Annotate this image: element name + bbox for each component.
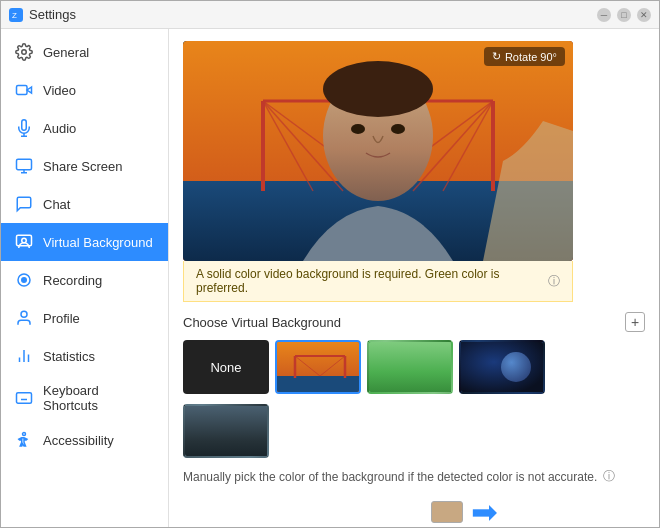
svg-point-35 (351, 124, 365, 134)
close-button[interactable]: ✕ (637, 8, 651, 22)
sidebar-item-general[interactable]: General (1, 33, 168, 71)
rotate-button[interactable]: ↻ Rotate 90° (484, 47, 565, 66)
content-area: ↻ Rotate 90° A solid color video backgro… (169, 29, 659, 527)
svg-rect-3 (17, 86, 28, 95)
svg-rect-7 (17, 235, 32, 246)
recording-icon (13, 269, 35, 291)
rotate-label: Rotate 90° (505, 51, 557, 63)
arrow-icon: ➡ (471, 493, 498, 527)
section-title: Choose Virtual Background (183, 315, 341, 330)
color-swatch[interactable] (431, 501, 463, 523)
sidebar-item-keyboard-shortcuts[interactable]: Keyboard Shortcuts (1, 375, 168, 421)
info-icon[interactable]: ⓘ (548, 273, 560, 290)
sidebar-item-statistics[interactable]: Statistics (1, 337, 168, 375)
help-icon[interactable]: ⓘ (603, 468, 615, 485)
sidebar-item-profile[interactable]: Profile (1, 299, 168, 337)
chat-icon (13, 193, 35, 215)
virtual-bg-icon (13, 231, 35, 253)
section-header: Choose Virtual Background + (183, 312, 645, 332)
sidebar-item-virtual-background[interactable]: Virtual Background (1, 223, 168, 261)
sidebar-item-label: Keyboard Shortcuts (43, 383, 156, 413)
sidebar-item-label: Chat (43, 197, 70, 212)
svg-rect-15 (17, 393, 32, 404)
sidebar-item-recording[interactable]: Recording (1, 261, 168, 299)
titlebar: Z Settings ─ □ ✕ (1, 1, 659, 29)
sidebar-item-label: Statistics (43, 349, 95, 364)
window-controls: ─ □ ✕ (597, 8, 651, 22)
sidebar-item-audio[interactable]: Audio (1, 109, 168, 147)
gear-icon (13, 41, 35, 63)
sidebar-item-chat[interactable]: Chat (1, 185, 168, 223)
svg-text:Z: Z (12, 11, 17, 20)
main-area: General Video Audio Share Screen (1, 29, 659, 527)
svg-point-2 (22, 50, 27, 55)
minimize-button[interactable]: ─ (597, 8, 611, 22)
bg-thumb-none[interactable]: None (183, 340, 269, 394)
sidebar-item-accessibility[interactable]: Accessibility (1, 421, 168, 459)
share-screen-icon (13, 155, 35, 177)
window-title: Settings (29, 7, 76, 22)
svg-point-36 (391, 124, 405, 134)
warning-bar: A solid color video background is requir… (183, 261, 573, 302)
warning-text: A solid color video background is requir… (196, 267, 542, 295)
bg-thumb-bridge[interactable] (275, 340, 361, 394)
sidebar-item-label: Accessibility (43, 433, 114, 448)
accessibility-icon (13, 429, 35, 451)
none-label: None (210, 360, 241, 375)
profile-icon (13, 307, 35, 329)
bg-thumb-city[interactable] (183, 404, 269, 458)
svg-rect-38 (277, 376, 361, 394)
keyboard-icon (13, 387, 35, 409)
svg-point-10 (22, 278, 27, 283)
svg-point-21 (23, 433, 26, 436)
rotate-icon: ↻ (492, 50, 501, 63)
color-swatch-row: ➡ (183, 493, 645, 527)
sidebar-item-label: Share Screen (43, 159, 123, 174)
settings-window: Z Settings ─ □ ✕ General Video (0, 0, 660, 528)
manual-pick-text: Manually pick the color of the backgroun… (183, 470, 597, 484)
background-grid: None (183, 340, 645, 394)
video-preview: ↻ Rotate 90° (183, 41, 573, 261)
video-icon (13, 79, 35, 101)
video-background (183, 41, 573, 261)
sidebar-item-label: General (43, 45, 89, 60)
svg-rect-6 (17, 159, 32, 170)
maximize-button[interactable]: □ (617, 8, 631, 22)
bg-thumb-grass[interactable] (367, 340, 453, 394)
sidebar: General Video Audio Share Screen (1, 29, 169, 527)
sidebar-item-label: Audio (43, 121, 76, 136)
sidebar-item-label: Virtual Background (43, 235, 153, 250)
background-grid-row2 (183, 404, 645, 458)
bg-thumb-space[interactable] (459, 340, 545, 394)
audio-icon (13, 117, 35, 139)
manual-pick-row: Manually pick the color of the backgroun… (183, 468, 645, 485)
svg-point-11 (21, 311, 27, 317)
add-background-button[interactable]: + (625, 312, 645, 332)
sidebar-item-label: Video (43, 83, 76, 98)
sidebar-item-share-screen[interactable]: Share Screen (1, 147, 168, 185)
sidebar-item-label: Profile (43, 311, 80, 326)
app-icon: Z (9, 8, 23, 22)
sidebar-item-label: Recording (43, 273, 102, 288)
video-overlay: ↻ Rotate 90° (183, 41, 573, 72)
statistics-icon (13, 345, 35, 367)
sidebar-item-video[interactable]: Video (1, 71, 168, 109)
